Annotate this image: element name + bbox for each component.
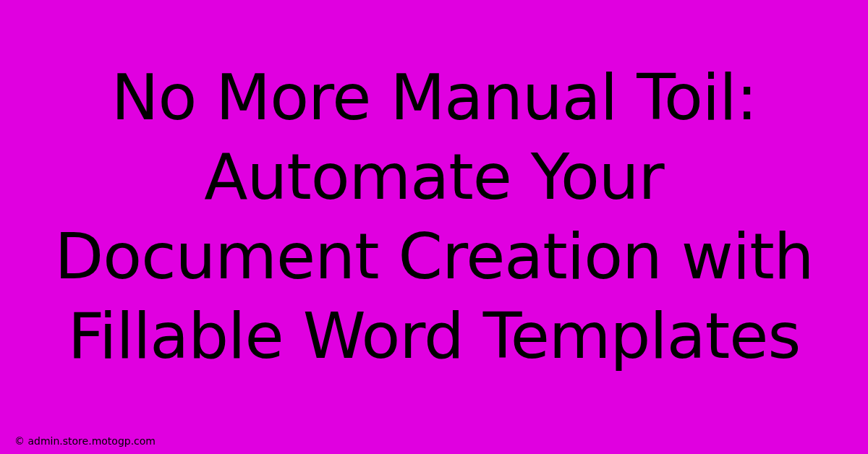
attribution-text: © admin.store.motogp.com [14,435,156,447]
headline-text: No More Manual Toil: Automate Your Docum… [0,0,868,434]
